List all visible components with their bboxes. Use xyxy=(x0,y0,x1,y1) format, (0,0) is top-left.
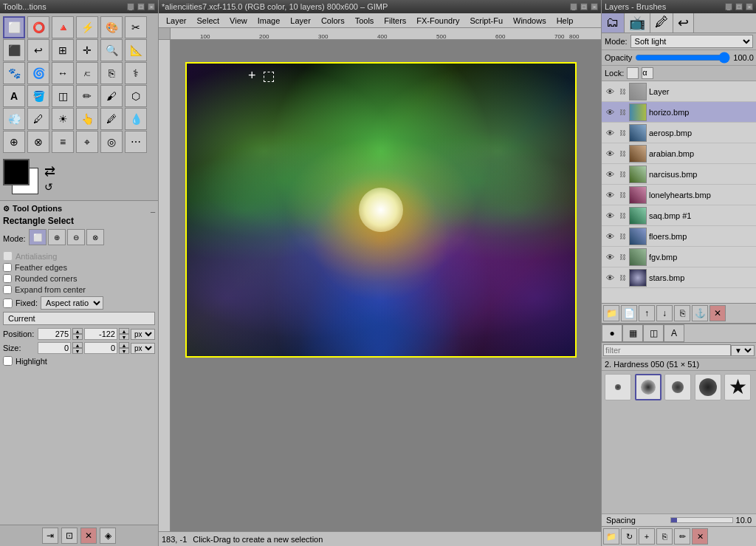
menu-view[interactable]: View xyxy=(225,16,252,26)
mode-subtract-btn[interactable]: ⊖ xyxy=(67,229,85,245)
brush-new-btn[interactable]: + xyxy=(639,528,655,545)
size-w-up[interactable]: ▲ xyxy=(72,342,83,348)
layer-eye-4[interactable]: 👁 xyxy=(604,168,616,180)
layer-item-6[interactable]: 👁 ⛓ saq.bmp #1 xyxy=(602,205,756,226)
tool-smudge[interactable]: 👆 xyxy=(76,108,98,130)
tool-extra6[interactable]: ⋯ xyxy=(125,131,147,153)
expand-checkbox[interactable] xyxy=(3,285,12,294)
layer-eye-2[interactable]: 👁 xyxy=(604,127,616,139)
canvas-viewport[interactable]: + xyxy=(171,40,601,531)
layer-item-1[interactable]: 👁 ⛓ horizo.bmp xyxy=(602,102,756,123)
tool-bucket[interactable]: 🪣 xyxy=(27,85,49,107)
tool-paths[interactable]: 🖉 xyxy=(100,108,123,130)
layer-eye-6[interactable]: 👁 xyxy=(604,210,616,222)
tool-heal[interactable]: ⚕ xyxy=(125,62,147,84)
tool-ink[interactable]: 🖊 xyxy=(27,108,49,130)
size-h-up[interactable]: ▲ xyxy=(119,342,129,348)
tool-move[interactable]: ✛ xyxy=(76,39,98,61)
menu-windows[interactable]: Windows xyxy=(509,16,551,26)
brush-filter-input[interactable] xyxy=(603,344,731,356)
pos-y-up[interactable]: ▲ xyxy=(119,328,129,334)
size-h-down[interactable]: ▼ xyxy=(119,348,129,354)
tool-pencil[interactable]: ✏ xyxy=(76,85,98,107)
menu-help[interactable]: Help xyxy=(552,16,578,26)
tool-measure[interactable]: 📐 xyxy=(125,39,147,61)
tool-free-select[interactable]: 🔺 xyxy=(52,16,74,38)
tool-eraser[interactable]: ⬡ xyxy=(125,85,147,107)
foreground-color-swatch[interactable] xyxy=(3,159,30,185)
tool-warp[interactable]: 🌀 xyxy=(27,62,49,84)
brush-tab-gradients[interactable]: ◫ xyxy=(643,324,664,342)
reset-colors-btn[interactable]: ↺ xyxy=(44,181,55,193)
menu-layer[interactable]: Layer xyxy=(162,16,191,26)
brush-tab-circle[interactable]: ● xyxy=(602,324,622,342)
brush-open-btn[interactable]: 📁 xyxy=(603,528,619,545)
rounded-checkbox[interactable] xyxy=(3,274,12,283)
brush-sort-select[interactable]: ▼ xyxy=(731,345,755,356)
menu-layer2[interactable]: Layer xyxy=(286,16,315,26)
layer-eye-1[interactable]: 👁 xyxy=(604,106,616,118)
toolbox-close-btn[interactable]: × xyxy=(148,3,155,10)
current-input[interactable] xyxy=(3,312,155,325)
canvas-close-btn[interactable]: × xyxy=(591,3,598,10)
mode-intersect-btn[interactable]: ⊗ xyxy=(86,229,104,245)
tool-colorpicker[interactable]: 💧 xyxy=(125,108,147,130)
antialiasing-checkbox[interactable] xyxy=(3,251,13,261)
blend-mode-select[interactable]: Soft light xyxy=(630,35,753,48)
brush-medium-soft[interactable] xyxy=(635,374,662,400)
fixed-select[interactable]: Aspect ratio xyxy=(41,296,103,310)
opacity-slider[interactable] xyxy=(635,52,730,64)
right-maximize-btn[interactable]: □ xyxy=(735,3,743,10)
layer-eye-7[interactable]: 👁 xyxy=(604,231,616,242)
tool-fuzzy-select[interactable]: ⚡ xyxy=(76,16,98,38)
right-close-btn[interactable]: × xyxy=(746,3,753,10)
toolbox-minimize-btn[interactable]: _ xyxy=(127,3,134,10)
tool-flip[interactable]: ↔ xyxy=(52,62,74,84)
lower-layer-btn[interactable]: ↓ xyxy=(656,305,673,321)
tool-rect-select[interactable]: ⬜ xyxy=(3,16,25,38)
tool-options-minimize[interactable]: _ xyxy=(151,204,155,213)
tool-scissors[interactable]: ✂ xyxy=(125,16,147,38)
pos-y-input[interactable] xyxy=(84,328,117,340)
layer-eye-9[interactable]: 👁 xyxy=(604,272,616,284)
lock-pixels-btn[interactable] xyxy=(627,67,639,79)
pos-x-up[interactable]: ▲ xyxy=(72,328,83,334)
toolbox-delete-btn[interactable]: ✕ xyxy=(80,528,97,544)
toolbox-new-btn[interactable]: ⇥ xyxy=(42,528,58,544)
brush-refresh-btn[interactable]: ↻ xyxy=(621,528,637,545)
toolbox-open-btn[interactable]: ⊡ xyxy=(61,528,78,544)
tool-zoom[interactable]: 🔍 xyxy=(100,39,123,61)
canvas-maximize-btn[interactable]: □ xyxy=(580,3,588,10)
layer-eye-3[interactable]: 👁 xyxy=(604,148,616,160)
brush-tab-fonts[interactable]: A xyxy=(664,324,684,342)
tool-dodge[interactable]: ☀ xyxy=(52,108,74,130)
duplicate-layer-btn[interactable]: ⎘ xyxy=(674,305,690,321)
brush-medium-circle[interactable] xyxy=(664,374,691,400)
layer-item-2[interactable]: 👁 ⛓ aerosp.bmp xyxy=(602,123,756,143)
layer-item-8[interactable]: 👁 ⛓ fgv.bmp xyxy=(602,247,756,267)
tool-extra5[interactable]: ◎ xyxy=(100,131,123,153)
tool-transform[interactable]: ↩ xyxy=(27,39,49,61)
tool-gimp[interactable]: 🐾 xyxy=(3,62,25,84)
menu-colors[interactable]: Colors xyxy=(317,16,349,26)
delete-layer-btn[interactable]: ✕ xyxy=(709,305,726,321)
raise-layer-btn[interactable]: ↑ xyxy=(639,305,655,321)
tool-clone[interactable]: ⎘ xyxy=(100,62,123,84)
layer-item-7[interactable]: 👁 ⛓ floers.bmp xyxy=(602,226,756,247)
tool-select-by-color[interactable]: 🎨 xyxy=(100,16,123,38)
tool-ellipse-select[interactable]: ⭕ xyxy=(27,16,49,38)
brush-star[interactable]: ★ xyxy=(724,374,751,400)
new-layer-group-btn[interactable]: 📁 xyxy=(603,305,619,321)
menu-fx[interactable]: FX-Foundry xyxy=(412,16,464,26)
tool-text[interactable]: A xyxy=(3,85,25,107)
layers-tab-channels[interactable]: 📺 xyxy=(625,13,650,33)
toolbox-reset-btn[interactable]: ◈ xyxy=(100,528,116,544)
tool-extra4[interactable]: ⌖ xyxy=(76,131,98,153)
size-w-down[interactable]: ▼ xyxy=(72,348,83,354)
tool-shear[interactable]: ⟈ xyxy=(76,62,98,84)
layer-item-5[interactable]: 👁 ⛓ lonelyhearts.bmp xyxy=(602,185,756,205)
menu-tools[interactable]: Tools xyxy=(351,16,379,26)
menu-select[interactable]: Select xyxy=(193,16,224,26)
pos-x-input[interactable] xyxy=(38,328,71,340)
layers-tab-layers[interactable]: 🗂 xyxy=(602,13,625,33)
